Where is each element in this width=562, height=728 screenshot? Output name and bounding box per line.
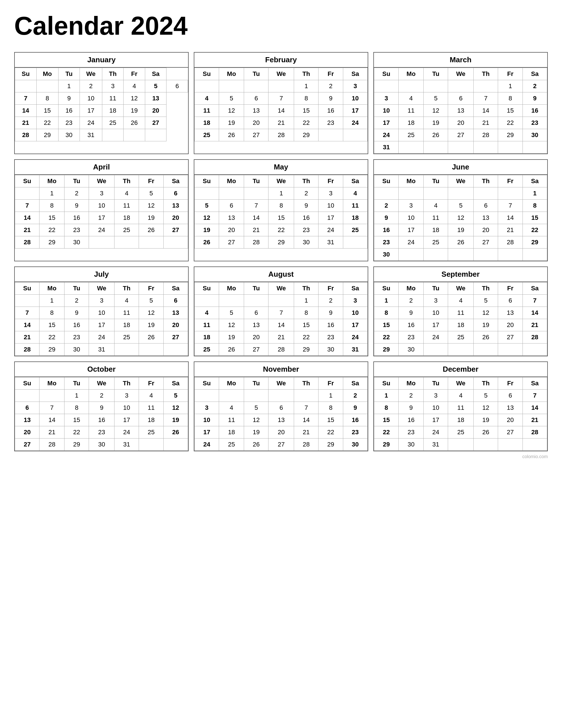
calendar-day[interactable]: 12 bbox=[139, 307, 163, 319]
calendar-day[interactable]: 7 bbox=[15, 200, 40, 212]
calendar-day[interactable]: 28 bbox=[15, 129, 37, 141]
calendar-day[interactable]: 8 bbox=[522, 200, 547, 212]
calendar-day[interactable]: 22 bbox=[40, 224, 65, 236]
calendar-day[interactable]: 27 bbox=[498, 331, 522, 344]
calendar-day[interactable]: 7 bbox=[244, 200, 269, 212]
calendar-day[interactable]: 29 bbox=[40, 344, 65, 356]
calendar-day[interactable]: 16 bbox=[58, 105, 80, 117]
calendar-day[interactable]: 25 bbox=[195, 344, 219, 356]
calendar-day[interactable]: 19 bbox=[474, 319, 498, 331]
calendar-day[interactable]: 31 bbox=[318, 236, 343, 249]
calendar-day[interactable]: 28 bbox=[498, 236, 522, 249]
calendar-day[interactable]: 10 bbox=[343, 307, 367, 319]
calendar-day[interactable]: 19 bbox=[139, 212, 163, 224]
calendar-day[interactable]: 9 bbox=[399, 307, 424, 319]
calendar-day[interactable]: 27 bbox=[244, 344, 269, 356]
calendar-day[interactable]: 10 bbox=[424, 402, 448, 414]
calendar-day[interactable]: 9 bbox=[343, 402, 367, 414]
calendar-day[interactable]: 7 bbox=[474, 92, 498, 105]
calendar-day[interactable]: 12 bbox=[474, 307, 498, 319]
calendar-day[interactable]: 31 bbox=[89, 344, 115, 356]
calendar-day[interactable]: 21 bbox=[269, 117, 294, 129]
calendar-day[interactable]: 11 bbox=[195, 105, 219, 117]
calendar-day[interactable]: 7 bbox=[40, 402, 65, 414]
calendar-day[interactable]: 7 bbox=[269, 307, 294, 319]
calendar-day[interactable]: 28 bbox=[269, 129, 294, 141]
calendar-day[interactable]: 3 bbox=[343, 80, 367, 92]
calendar-day[interactable]: 11 bbox=[115, 307, 139, 319]
calendar-day[interactable]: 16 bbox=[65, 212, 89, 224]
calendar-day[interactable]: 22 bbox=[374, 331, 399, 344]
calendar-day[interactable]: 1 bbox=[374, 295, 399, 307]
calendar-day[interactable]: 12 bbox=[474, 402, 498, 414]
calendar-day[interactable]: 21 bbox=[522, 414, 547, 426]
calendar-day[interactable]: 11 bbox=[139, 402, 163, 414]
calendar-day[interactable]: 14 bbox=[15, 105, 37, 117]
calendar-day[interactable]: 20 bbox=[145, 105, 167, 117]
calendar-day[interactable]: 15 bbox=[498, 105, 522, 117]
calendar-day[interactable]: 6 bbox=[448, 92, 474, 105]
calendar-day[interactable]: 15 bbox=[40, 319, 65, 331]
calendar-day[interactable]: 5 bbox=[139, 295, 163, 307]
calendar-day[interactable]: 6 bbox=[498, 390, 522, 402]
calendar-day[interactable]: 29 bbox=[294, 344, 318, 356]
calendar-day[interactable]: 9 bbox=[318, 92, 343, 105]
calendar-day[interactable]: 28 bbox=[269, 344, 294, 356]
calendar-day[interactable]: 26 bbox=[474, 426, 498, 439]
calendar-day[interactable]: 17 bbox=[343, 105, 367, 117]
calendar-day[interactable]: 14 bbox=[522, 307, 547, 319]
calendar-day[interactable]: 1 bbox=[40, 187, 65, 200]
calendar-day[interactable]: 23 bbox=[58, 117, 80, 129]
calendar-day[interactable]: 30 bbox=[343, 439, 367, 451]
calendar-day[interactable]: 19 bbox=[244, 426, 269, 439]
calendar-day[interactable]: 9 bbox=[318, 307, 343, 319]
calendar-day[interactable]: 9 bbox=[58, 92, 80, 105]
calendar-day[interactable]: 11 bbox=[343, 200, 367, 212]
calendar-day[interactable]: 30 bbox=[58, 129, 80, 141]
calendar-day[interactable]: 14 bbox=[294, 414, 318, 426]
calendar-day[interactable]: 2 bbox=[399, 390, 424, 402]
calendar-day[interactable]: 20 bbox=[163, 212, 188, 224]
calendar-day[interactable]: 26 bbox=[474, 331, 498, 344]
calendar-day[interactable]: 23 bbox=[374, 236, 399, 249]
calendar-day[interactable]: 21 bbox=[269, 331, 294, 344]
calendar-day[interactable]: 17 bbox=[115, 414, 139, 426]
calendar-day[interactable]: 19 bbox=[163, 414, 188, 426]
calendar-day[interactable]: 4 bbox=[115, 295, 139, 307]
calendar-day[interactable]: 6 bbox=[15, 402, 40, 414]
calendar-day[interactable]: 23 bbox=[89, 426, 115, 439]
calendar-day[interactable]: 10 bbox=[195, 414, 219, 426]
calendar-day[interactable]: 11 bbox=[219, 414, 244, 426]
calendar-day[interactable]: 17 bbox=[424, 414, 448, 426]
calendar-day[interactable]: 26 bbox=[124, 117, 145, 129]
calendar-day[interactable]: 8 bbox=[65, 402, 89, 414]
calendar-day[interactable]: 15 bbox=[522, 212, 547, 224]
calendar-day[interactable]: 31 bbox=[80, 129, 102, 141]
calendar-day[interactable]: 1 bbox=[294, 295, 318, 307]
calendar-day[interactable]: 27 bbox=[163, 331, 188, 344]
calendar-day[interactable]: 14 bbox=[269, 319, 294, 331]
calendar-day[interactable]: 16 bbox=[374, 224, 399, 236]
calendar-day[interactable]: 12 bbox=[139, 200, 163, 212]
calendar-day[interactable]: 1 bbox=[269, 187, 294, 200]
calendar-day[interactable]: 17 bbox=[424, 319, 448, 331]
calendar-day[interactable]: 13 bbox=[498, 402, 522, 414]
calendar-day[interactable]: 17 bbox=[399, 224, 424, 236]
calendar-day[interactable]: 24 bbox=[399, 236, 424, 249]
calendar-day[interactable]: 3 bbox=[102, 80, 124, 92]
calendar-day[interactable]: 27 bbox=[269, 439, 294, 451]
calendar-day[interactable]: 26 bbox=[244, 439, 269, 451]
calendar-day[interactable]: 19 bbox=[424, 117, 448, 129]
calendar-day[interactable]: 2 bbox=[65, 187, 89, 200]
calendar-day[interactable]: 6 bbox=[244, 92, 269, 105]
calendar-day[interactable]: 3 bbox=[343, 295, 367, 307]
calendar-day[interactable]: 5 bbox=[474, 295, 498, 307]
calendar-day[interactable]: 25 bbox=[399, 129, 424, 141]
calendar-day[interactable]: 19 bbox=[139, 319, 163, 331]
calendar-day[interactable]: 24 bbox=[318, 224, 343, 236]
calendar-day[interactable]: 19 bbox=[448, 224, 474, 236]
calendar-day[interactable]: 28 bbox=[40, 439, 65, 451]
calendar-day[interactable]: 25 bbox=[102, 117, 124, 129]
calendar-day[interactable]: 31 bbox=[115, 439, 139, 451]
calendar-day[interactable]: 23 bbox=[343, 426, 367, 439]
